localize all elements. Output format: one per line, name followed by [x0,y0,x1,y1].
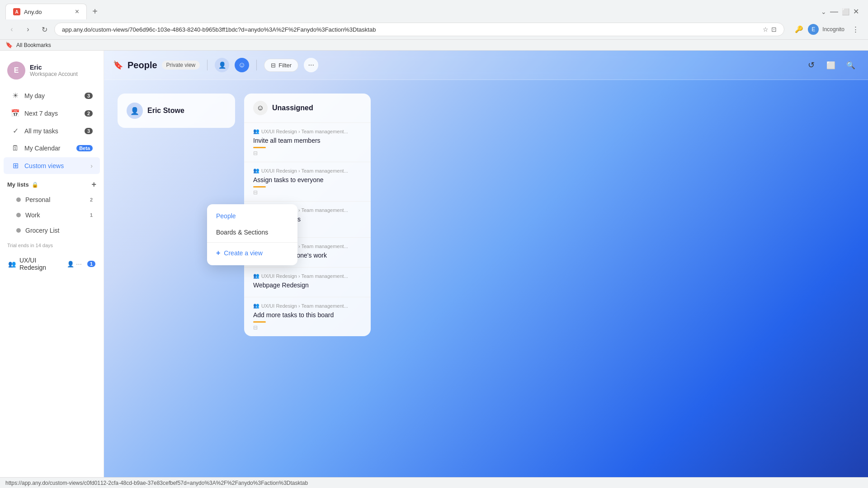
browser-nav: ‹ › ↻ app.any.do/custom-views/70e6d96c-1… [0,19,868,39]
browser-chrome: A Any.do × + ⌄ — ⬜ ✕ ‹ › ↻ app.any.do/cu… [0,0,868,51]
header-user-icon[interactable]: ☺ [235,58,249,72]
refresh-icon-button[interactable]: ↺ [803,57,819,73]
work-badge: 1 [90,212,93,218]
maximize-button[interactable]: ⬜ [842,8,849,15]
add-list-button[interactable]: + [91,180,96,189]
list-item-personal[interactable]: Personal 2 [4,192,100,207]
extensions-button[interactable]: 🔑 [792,22,806,37]
profile-button[interactable]: E [808,24,819,35]
breadcrumb-icon-4: 👥 [253,273,259,279]
custom-views-dropdown: People Boards & Sections + Create a view [207,204,297,265]
tab-title: Any.do [24,9,42,15]
breadcrumb-text-5: UX/UI Redesign › Team management... [261,303,348,309]
favicon: A [13,8,20,15]
minimize-button[interactable]: — [830,7,838,16]
dropdown-item-boards[interactable]: Boards & Sections [207,224,297,240]
nav-item-calendar[interactable]: 🗓 My Calendar Beta [4,140,100,156]
task-item-4[interactable]: 👥 UX/UI Redesign › Team management... We… [244,267,371,297]
search-icon-button[interactable]: 🔍 [843,57,859,73]
status-bar: https://app.any.do/custom-views/c0fd0112… [0,477,868,488]
task-bar-5 [253,321,266,323]
layout-icon-button[interactable]: ⬜ [823,57,839,73]
my-calendar-icon: 🗓 [11,144,20,152]
header-divider [207,60,208,70]
personal-dot [16,197,21,202]
new-tab-button[interactable]: + [89,5,101,18]
breadcrumb-text-1: UX/UI Redesign › Team management... [261,168,348,174]
nav-item-next-7-days[interactable]: 📅 Next 7 days 2 [4,105,100,122]
task-bar-0 [253,147,266,148]
menu-button[interactable]: ⋮ [848,22,863,37]
task-item-1[interactable]: 👥 UX/UI Redesign › Team management... As… [244,162,371,201]
next-7-days-badge: 2 [85,110,93,117]
lock-icon: 🔒 [32,182,38,188]
nav-item-my-day[interactable]: ☀ My day 3 [4,87,100,104]
workspace-icon: 👥 [8,260,16,267]
incognito-label: Incognito [821,26,846,33]
bookmarks-bar: 🔖 All Bookmarks [0,39,868,50]
nav-item-custom-views[interactable]: ⊞ Custom views › [4,157,100,174]
app-container: E Eric Workspace Account ☀ My day 3 📅 Ne… [0,51,868,477]
unassigned-title: Unassigned [272,104,313,112]
create-view-label: Create a view [224,249,263,257]
breadcrumb-icon-1: 👥 [253,168,259,174]
task-item-5[interactable]: 👥 UX/UI Redesign › Team management... Ad… [244,297,371,336]
tab-bar: A Any.do × + ⌄ — ⬜ ✕ [0,0,868,19]
status-url: https://app.any.do/custom-views/c0fd0112… [5,480,308,486]
unassigned-card-header: ☺ Unassigned [244,94,371,122]
header-right-icons: ↺ ⬜ 🔍 [803,57,859,73]
nav-item-all-tasks[interactable]: ✓ All my tasks 3 [4,122,100,139]
close-tab-button[interactable]: × [75,8,79,16]
beta-badge: Beta [76,145,93,151]
eric-stowe-card: 👤 Eric Stowe [118,94,235,128]
user-name: Eric [30,64,78,71]
sidebar: E Eric Workspace Account ☀ My day 3 📅 Ne… [0,51,104,477]
more-options-button[interactable]: ··· [304,58,318,72]
create-view-button[interactable]: + Create a view [207,244,297,262]
filter-button[interactable]: ⊟ Filter [264,59,298,72]
task-title-0: Invite all team members [253,137,362,144]
user-profile[interactable]: E Eric Workspace Account [0,56,104,87]
tab-scroll-left[interactable]: ⌄ [821,8,826,15]
breadcrumb-icon-0: 👥 [253,128,259,134]
workspace-more-icon[interactable]: ⋯ [76,261,82,267]
address-bar[interactable]: app.any.do/custom-views/70e6d96c-103e-48… [54,23,784,36]
task-item-0[interactable]: 👥 UX/UI Redesign › Team management... In… [244,122,371,162]
my-day-label: My day [24,92,45,99]
dropdown-divider [207,242,297,243]
view-bookmark-icon: 🔖 [113,60,123,70]
workspace-users-icon: 👤 [67,261,74,267]
browser-tab-anydo[interactable]: A Any.do × [5,4,87,19]
header-avatar[interactable]: 👤 [215,58,229,72]
bookmarks-label[interactable]: All Bookmarks [16,42,51,48]
list-item-work[interactable]: Work 1 [4,208,100,222]
all-tasks-badge: 3 [85,128,93,134]
header-divider-2 [256,60,257,70]
screen-cast-icon[interactable]: ⊡ [771,26,777,33]
chevron-right-icon: › [90,162,93,169]
task-breadcrumb-1: 👥 UX/UI Redesign › Team management... [253,168,362,174]
task-icon-1: ⊟ [253,189,362,196]
bookmarks-icon: 🔖 [5,42,13,48]
unassigned-icon: ☺ [253,101,268,115]
forward-button[interactable]: › [22,23,34,36]
private-badge[interactable]: Private view [162,61,200,70]
user-workspace: Workspace Account [30,71,78,77]
close-window-button[interactable]: ✕ [853,7,859,16]
filter-label: Filter [278,62,292,69]
reload-button[interactable]: ↻ [38,23,51,36]
sun-icon: ☀ [11,91,20,100]
next-7-days-label: Next 7 days [24,110,58,117]
workspace-item[interactable]: 👥 UX/UI Redesign 👤 ⋯ 1 [4,253,100,275]
work-dot [16,213,21,217]
work-label: Work [25,211,40,219]
custom-views-label: Custom views [24,162,64,169]
bookmark-star-icon[interactable]: ☆ [763,26,769,33]
nav-right-buttons: 🔑 E Incognito ⋮ [792,22,863,37]
breadcrumb-text-0: UX/UI Redesign › Team management... [261,129,348,134]
address-bar-icons: ☆ ⊡ [763,26,777,33]
dropdown-item-people[interactable]: People [207,208,297,224]
back-button[interactable]: ‹ [5,23,18,36]
list-item-grocery[interactable]: Grocery List [4,223,100,238]
custom-views-icon: ⊞ [11,161,20,170]
